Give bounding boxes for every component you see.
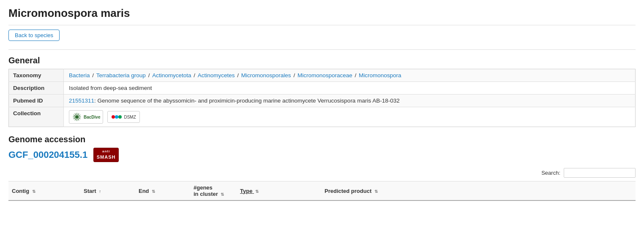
genome-accession-row: GCF_000204155.1 anti SMASH bbox=[8, 148, 636, 162]
genome-accession-section: Genome accession GCF_000204155.1 anti SM… bbox=[8, 135, 636, 201]
bacdive-text: BacDive bbox=[84, 115, 100, 119]
col-header-type[interactable]: Type ⇅ bbox=[237, 181, 321, 201]
description-label: Description bbox=[9, 82, 64, 95]
divider-after-back bbox=[8, 49, 636, 50]
search-label: Search: bbox=[541, 170, 560, 176]
genes-sort-icon: ⇅ bbox=[221, 192, 224, 197]
back-to-species-button[interactable]: Back to species bbox=[8, 30, 60, 41]
taxonomy-label: Taxonomy bbox=[9, 69, 64, 82]
collection-logos: BacDive DSMZ bbox=[69, 110, 630, 124]
start-sort-icon: ↑ bbox=[99, 189, 101, 194]
svg-point-15 bbox=[118, 115, 122, 119]
description-row: Description Isolated from deep-sea sedim… bbox=[9, 82, 636, 95]
taxonomy-link-terrabacteria[interactable]: Terrabacteria group bbox=[96, 72, 146, 79]
svg-line-8 bbox=[74, 118, 75, 119]
dsmz-icon bbox=[111, 113, 122, 121]
svg-line-11 bbox=[75, 114, 76, 115]
svg-line-1 bbox=[78, 114, 79, 115]
antismash-badge[interactable]: anti SMASH bbox=[93, 148, 119, 162]
table-search-row: Search: bbox=[8, 168, 636, 178]
predicted-sort-icon: ⇅ bbox=[374, 189, 378, 194]
pubmed-row: Pubmed ID 21551311: Genome sequence of t… bbox=[9, 95, 636, 107]
svg-point-12 bbox=[75, 115, 79, 119]
antismash-label-top: anti bbox=[102, 149, 110, 154]
col-header-genes[interactable]: #genesin cluster ⇅ bbox=[190, 181, 237, 201]
svg-line-4 bbox=[79, 118, 80, 119]
taxonomy-link-micromonosporales[interactable]: Micromonosporales bbox=[241, 72, 291, 79]
general-section-title: General bbox=[8, 56, 636, 65]
taxonomy-link-bacteria[interactable]: Bacteria bbox=[69, 72, 90, 79]
svg-line-5 bbox=[78, 119, 79, 120]
col-header-end[interactable]: End ⇅ bbox=[135, 181, 190, 201]
genome-data-table: Contig ⇅ Start ↑ End ⇅ #genesin cluster … bbox=[8, 181, 636, 201]
taxonomy-links: Bacteria / Terrabacteria group / Actinom… bbox=[69, 72, 401, 79]
taxonomy-link-micromonosporaceae[interactable]: Micromonosporaceae bbox=[297, 72, 352, 79]
bacdive-icon bbox=[72, 112, 82, 122]
col-header-start[interactable]: Start ↑ bbox=[80, 181, 135, 201]
antismash-label-bottom: SMASH bbox=[97, 154, 116, 160]
pubmed-link[interactable]: 21551311 bbox=[69, 97, 94, 104]
general-info-table: Taxonomy Bacteria / Terrabacteria group … bbox=[8, 69, 636, 127]
col-header-contig[interactable]: Contig ⇅ bbox=[8, 181, 80, 201]
divider-top bbox=[8, 25, 636, 25]
collection-value: BacDive DSMZ bbox=[64, 107, 636, 127]
collection-row: Collection bbox=[9, 107, 636, 127]
bacdive-logo[interactable]: BacDive bbox=[69, 110, 103, 124]
svg-line-2 bbox=[79, 115, 80, 116]
taxonomy-row: Taxonomy Bacteria / Terrabacteria group … bbox=[9, 69, 636, 82]
dsmz-text: DSMZ bbox=[124, 115, 136, 119]
pubmed-text: : Genome sequence of the abyssomicin- an… bbox=[94, 97, 400, 104]
svg-point-14 bbox=[115, 115, 118, 119]
pubmed-value: 21551311: Genome sequence of the abyssom… bbox=[64, 95, 636, 107]
dsmz-logo[interactable]: DSMZ bbox=[107, 111, 139, 123]
svg-point-13 bbox=[112, 115, 115, 119]
page-title: Micromonospora maris bbox=[8, 7, 636, 20]
type-sort-icon: ⇅ bbox=[255, 189, 259, 194]
taxonomy-link-actinomycetes[interactable]: Actinomycetes bbox=[198, 72, 235, 79]
search-input[interactable] bbox=[564, 168, 636, 178]
description-value: Isolated from deep-sea sediment bbox=[64, 82, 636, 95]
genome-accession-title: Genome accession bbox=[8, 135, 636, 144]
svg-line-10 bbox=[74, 115, 75, 116]
taxonomy-link-actinomycetota[interactable]: Actinomycetota bbox=[152, 72, 191, 79]
genome-accession-link[interactable]: GCF_000204155.1 bbox=[8, 149, 87, 160]
taxonomy-value: Bacteria / Terrabacteria group / Actinom… bbox=[64, 69, 636, 82]
svg-line-7 bbox=[75, 119, 76, 120]
table-header-row: Contig ⇅ Start ↑ End ⇅ #genesin cluster … bbox=[8, 181, 636, 201]
collection-label: Collection bbox=[9, 107, 64, 127]
end-sort-icon: ⇅ bbox=[152, 189, 155, 194]
pubmed-label: Pubmed ID bbox=[9, 95, 64, 107]
contig-sort-icon: ⇅ bbox=[32, 189, 35, 194]
col-header-predicted[interactable]: Predicted product ⇅ bbox=[321, 181, 636, 201]
taxonomy-link-micromonospora[interactable]: Micromonospora bbox=[359, 72, 401, 79]
